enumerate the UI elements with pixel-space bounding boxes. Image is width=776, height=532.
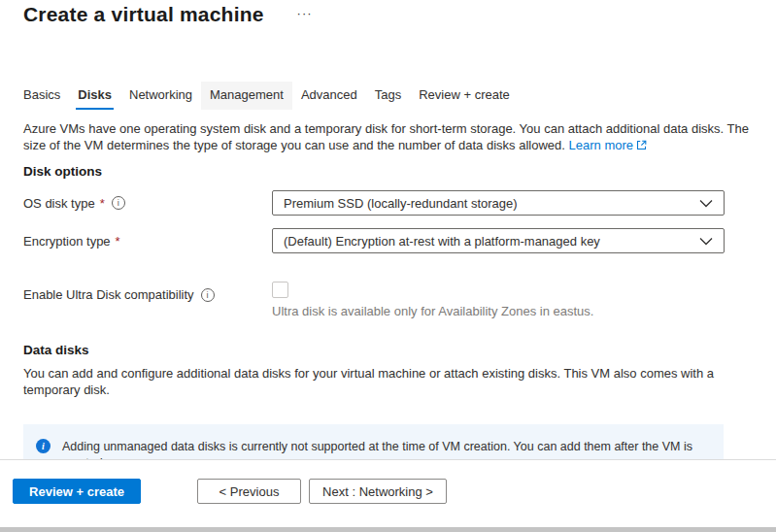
encryption-type-select[interactable]: (Default) Encryption at-rest with a plat… bbox=[272, 228, 725, 253]
chevron-down-icon bbox=[699, 199, 713, 208]
next-networking-button[interactable]: Next : Networking > bbox=[309, 479, 447, 504]
more-options-button[interactable]: ··· bbox=[297, 6, 313, 20]
ultra-disk-checkbox[interactable] bbox=[272, 282, 288, 298]
page-title: Create a virtual machine bbox=[23, 3, 264, 26]
os-disk-type-select[interactable]: Premium SSD (locally-redundant storage) bbox=[272, 190, 725, 216]
intro-text: Azure VMs have one operating system disk… bbox=[23, 120, 752, 153]
tab-management[interactable]: Management bbox=[201, 82, 292, 110]
tab-tags[interactable]: Tags bbox=[366, 82, 410, 110]
tab-review-create[interactable]: Review + create bbox=[410, 82, 519, 110]
page-header: Create a virtual machine ··· bbox=[23, 3, 313, 26]
tab-bar: Basics Disks Networking Management Advan… bbox=[15, 82, 519, 110]
info-icon: i bbox=[36, 439, 51, 453]
footer-bar: Review + create < Previous Next : Networ… bbox=[0, 459, 776, 527]
tab-disks[interactable]: Disks bbox=[69, 82, 120, 110]
learn-more-label: Learn more bbox=[569, 138, 633, 152]
previous-button[interactable]: < Previous bbox=[197, 479, 301, 504]
ultra-disk-label-text: Enable Ultra Disk compatibility bbox=[23, 287, 194, 302]
encryption-type-label: Encryption type * bbox=[23, 234, 272, 249]
required-asterisk: * bbox=[116, 234, 120, 249]
data-disks-heading: Data disks bbox=[23, 343, 89, 357]
tab-advanced[interactable]: Advanced bbox=[292, 82, 366, 110]
os-disk-type-row: OS disk type * i Premium SSD (locally-re… bbox=[23, 190, 725, 216]
required-asterisk: * bbox=[100, 196, 105, 211]
os-disk-type-label-text: OS disk type bbox=[23, 196, 95, 211]
info-icon[interactable]: i bbox=[201, 288, 215, 302]
os-disk-type-value: Premium SSD (locally-redundant storage) bbox=[284, 196, 518, 211]
data-disks-description: You can add and configure additional dat… bbox=[23, 365, 752, 398]
encryption-type-label-text: Encryption type bbox=[23, 234, 111, 249]
external-link-icon bbox=[636, 140, 647, 150]
learn-more-link[interactable]: Learn more bbox=[569, 138, 647, 152]
create-vm-page: Create a virtual machine ··· Basics Disk… bbox=[0, 0, 776, 532]
window-bottom-edge bbox=[0, 527, 776, 532]
ultra-disk-label: Enable Ultra Disk compatibility i bbox=[23, 287, 215, 302]
chevron-down-icon bbox=[699, 237, 713, 246]
encryption-type-row: Encryption type * (Default) Encryption a… bbox=[23, 228, 725, 253]
review-create-button[interactable]: Review + create bbox=[13, 479, 141, 504]
info-icon[interactable]: i bbox=[112, 196, 125, 210]
disk-options-heading: Disk options bbox=[23, 164, 102, 179]
tab-basics[interactable]: Basics bbox=[15, 82, 69, 110]
os-disk-type-label: OS disk type * i bbox=[23, 196, 272, 211]
ultra-disk-helper-text: Ultra disk is available only for Availab… bbox=[272, 304, 593, 318]
encryption-type-value: (Default) Encryption at-rest with a plat… bbox=[284, 234, 600, 249]
tab-networking[interactable]: Networking bbox=[120, 82, 201, 110]
